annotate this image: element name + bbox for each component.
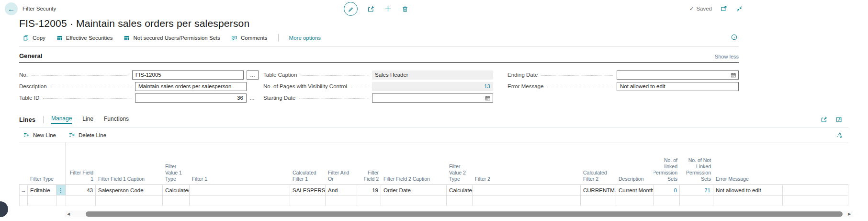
col-header-blank [783, 142, 848, 185]
scroll-left-arrow[interactable]: ◀ [65, 212, 72, 216]
cell-filter-and-or[interactable] [326, 196, 357, 206]
cell-filter-1[interactable] [190, 185, 290, 196]
scrollbar-track[interactable] [72, 211, 845, 217]
action-not-secured-users[interactable]: Not secured Users/Permission Sets [123, 35, 220, 42]
back-button[interactable]: ← [5, 2, 18, 15]
cell-row-menu[interactable] [56, 196, 66, 206]
cell-filter-type[interactable] [28, 196, 56, 206]
col-header-filter-type[interactable]: Filter Type [28, 142, 56, 185]
cell-no-not-linked-permission-sets[interactable]: 71 [680, 185, 713, 196]
no-assist-button[interactable]: … [247, 70, 259, 80]
action-comments[interactable]: Comments [231, 35, 268, 42]
starting-date-input[interactable] [372, 93, 493, 103]
show-less-link[interactable]: Show less [715, 54, 739, 59]
table-id-assist-button[interactable]: … [249, 95, 259, 101]
col-header-error-message[interactable]: Error Message [713, 142, 783, 185]
cell-filter-type[interactable]: Editable [28, 185, 56, 196]
cell-no-linked-permission-sets[interactable]: 0 [654, 185, 680, 196]
cell-filter-field-1-caption[interactable]: Salesperson Code [96, 185, 163, 196]
ending-date-input[interactable] [617, 70, 739, 80]
calendar-icon[interactable] [730, 72, 737, 79]
col-header-filter-value-1-type[interactable]: Filter Value 1 Type [163, 142, 190, 185]
delete-line-button[interactable]: Delete Line [68, 131, 106, 139]
error-message-input[interactable] [617, 82, 739, 91]
description-input[interactable] [135, 82, 247, 91]
tab-line[interactable]: Line [82, 116, 93, 124]
new-button[interactable] [384, 5, 392, 13]
col-header-filter-and-or[interactable]: Filter And Or [326, 142, 357, 185]
col-header-filter-field-1[interactable]: Filter Field 1 [66, 142, 96, 185]
cell-filter-field-2[interactable] [357, 196, 381, 206]
cell-filter-field-1[interactable] [66, 196, 96, 206]
col-header-filter-field-2[interactable]: Filter Field 2 [357, 142, 381, 185]
section-title[interactable]: General [19, 52, 42, 59]
share-button[interactable] [367, 5, 375, 13]
cell-description[interactable]: Current Month [616, 185, 654, 196]
breadcrumb[interactable]: Filter Security [23, 6, 56, 12]
delete-button[interactable] [401, 5, 409, 13]
edit-button[interactable] [344, 2, 358, 16]
more-options-button[interactable]: More options [289, 35, 321, 41]
lines-expand-button[interactable] [835, 116, 843, 123]
lines-share-button[interactable] [820, 116, 828, 123]
cell-filter-2[interactable] [473, 196, 581, 206]
cell-calculated-filter-2[interactable]: CURRENTM… [581, 185, 616, 196]
col-header-filter-1[interactable]: Filter 1 [190, 142, 290, 185]
divider [43, 116, 44, 123]
col-header-no-not-linked-permission-sets[interactable]: No. of Not Linked Permission Sets [680, 142, 713, 185]
col-header-calculated-filter-1[interactable]: Calculated Filter 1 [290, 142, 326, 185]
cell-filter-field-2[interactable]: 19 [357, 185, 381, 196]
cell-filter-2[interactable] [473, 185, 581, 196]
cell-filter-and-or[interactable]: And [326, 185, 357, 196]
new-line-button[interactable]: New Line [23, 131, 56, 139]
cell-filter-value-2-type[interactable] [447, 196, 473, 206]
action-effective-securities[interactable]: Effective Securities [56, 35, 113, 42]
tab-manage[interactable]: Manage [51, 115, 72, 124]
cell-description[interactable] [616, 196, 654, 206]
action-copy[interactable]: Copy [23, 35, 45, 42]
collapse-icon [736, 5, 743, 12]
tab-functions[interactable]: Functions [104, 116, 129, 124]
cell-filter-field-1-caption[interactable] [96, 196, 163, 206]
cell-error-message[interactable]: Not allowed to edit [713, 185, 783, 196]
cell-no-not-linked-permission-sets[interactable] [680, 196, 713, 206]
pin-button[interactable] [835, 131, 843, 139]
collapse-button[interactable] [736, 5, 743, 12]
pin-icon [835, 131, 843, 139]
cell-filter-field-2-caption[interactable] [381, 196, 447, 206]
scroll-right-arrow[interactable]: ▶ [845, 212, 853, 216]
action-label: Comments [241, 35, 268, 41]
col-header-no-linked-permission-sets[interactable]: No. of linked Permission Sets [654, 142, 680, 185]
col-header-filter-value-2-type[interactable]: Filter Value 2 Type [447, 142, 473, 185]
back-arrow-icon: ← [8, 5, 15, 13]
col-header-filter-field-1-caption[interactable]: Filter Field 1 Caption [96, 142, 163, 185]
calendar-icon[interactable] [485, 95, 491, 102]
cell-calculated-filter-1[interactable] [290, 196, 326, 206]
cell-error-message[interactable] [713, 196, 783, 206]
horizontal-scrollbar[interactable]: ◀ ▶ [65, 210, 853, 217]
cell-filter-value-2-type[interactable]: Calculated [447, 185, 473, 196]
cell-filter-field-1[interactable]: 43 [66, 185, 96, 196]
cell-filter-value-1-type[interactable]: Calculated [163, 185, 190, 196]
col-header-description[interactable]: Description [616, 142, 654, 185]
cell-filter-value-1-type[interactable] [163, 196, 190, 206]
cell-calculated-filter-1[interactable]: SALESPERSO… [290, 185, 326, 196]
info-button[interactable] [731, 34, 738, 41]
record-actions [344, 2, 409, 16]
copy-icon [23, 35, 30, 42]
cell-calculated-filter-2[interactable] [581, 196, 616, 206]
col-header-filter-field-2-caption[interactable]: Filter Field 2 Caption [381, 142, 447, 185]
scrollbar-thumb[interactable] [86, 211, 843, 217]
cell-row-menu[interactable]: ⋮ [56, 185, 66, 196]
pages-visibility-drilldown[interactable]: 13 [372, 82, 493, 91]
cell-no-linked-permission-sets[interactable] [654, 196, 680, 206]
table-id-input[interactable] [135, 93, 247, 103]
open-in-window-button[interactable] [720, 5, 728, 12]
cell-filter-1[interactable] [190, 196, 290, 206]
col-header-filter-2[interactable]: Filter 2 [473, 142, 581, 185]
comments-icon [231, 35, 238, 42]
floating-widget[interactable] [0, 201, 8, 217]
no-input[interactable] [132, 70, 244, 80]
col-header-calculated-filter-2[interactable]: Calculated Filter 2 [581, 142, 616, 185]
cell-filter-field-2-caption[interactable]: Order Date [381, 185, 447, 196]
